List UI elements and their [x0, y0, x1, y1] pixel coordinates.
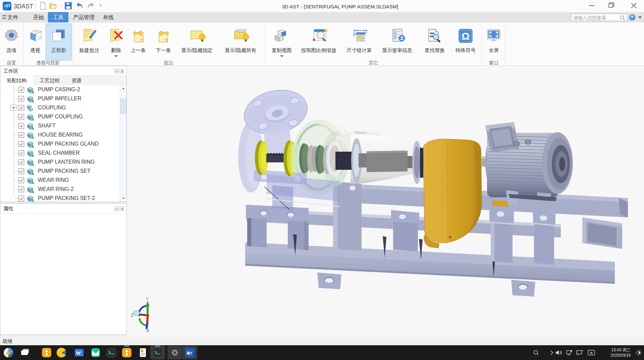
svg-text:啊: 啊 — [590, 352, 593, 355]
svg-text:Y: Y — [146, 296, 149, 301]
svg-text:Ω: Ω — [462, 31, 470, 42]
svg-text:Z: Z — [131, 313, 133, 318]
svg-text:ST: ST — [187, 351, 192, 355]
svg-text:X: X — [146, 328, 149, 333]
